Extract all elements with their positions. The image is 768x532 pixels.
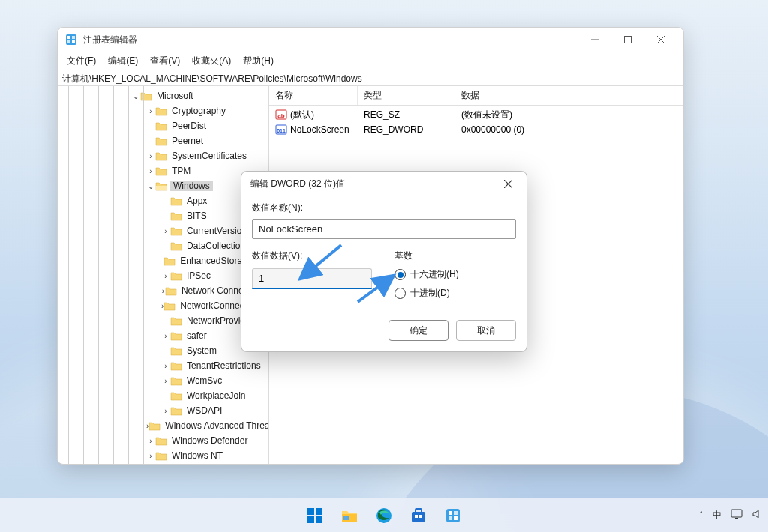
tree-panel[interactable]: ⌄ Microsoft ›Cryptography ›PeerDist ›Pee… [58,86,269,464]
chevron-right-icon[interactable]: › [161,362,170,370]
chevron-right-icon[interactable]: › [161,377,170,385]
tree-item-currentversion[interactable]: ›CurrentVersion [58,223,268,238]
volume-icon[interactable] [752,509,762,522]
folder-icon [170,390,182,401]
value-type: REG_SZ [358,109,455,120]
folder-icon [170,211,182,221]
tree-item-windowsdefender[interactable]: ›Windows Defender [58,433,268,448]
tree-item-peerdist[interactable]: ›PeerDist [58,118,268,133]
chevron-right-icon[interactable]: › [161,332,170,340]
menu-help[interactable]: 帮助(H) [237,55,280,67]
value-row[interactable]: 011 NoLockScreen REG_DWORD 0x00000000 (0… [269,122,683,137]
folder-icon [148,420,160,431]
tree-item-appx[interactable]: ›Appx [58,193,268,208]
svg-rect-22 [344,516,349,520]
radio-circle-checked-icon [394,269,406,280]
cancel-button[interactable]: 取消 [456,320,516,341]
tree-item-networkprovider[interactable]: ›NetworkProvider [58,313,268,328]
tree-item-safer[interactable]: ›safer [58,328,268,343]
svg-rect-30 [454,511,458,515]
folder-open-icon [155,181,167,191]
start-button[interactable] [300,501,330,531]
chevron-down-icon[interactable]: ⌄ [146,182,155,190]
value-row[interactable]: ab (默认) REG_SZ (数值未设置) [269,107,683,122]
folder-icon [155,136,167,146]
tree-label: BITS [185,211,208,221]
folder-icon [170,196,182,206]
menu-favorites[interactable]: 收藏夹(A) [186,55,237,67]
regedit-taskbar-icon[interactable] [438,501,468,531]
reg-sz-icon: ab [275,109,287,121]
tree-item-windowsadvthreat[interactable]: ›Windows Advanced Threat Protection [58,418,268,433]
folder-icon [164,300,176,311]
tree-item-wsdapi[interactable]: ›WSDAPI [58,403,268,418]
address-bar[interactable]: 计算机\HKEY_LOCAL_MACHINE\SOFTWARE\Policies… [58,70,683,86]
chevron-right-icon[interactable]: › [146,152,155,160]
tree-item-tpm[interactable]: ›TPM [58,163,268,178]
tree-item-workplacejoin[interactable]: ›WorkplaceJoin [58,388,268,403]
svg-text:ab: ab [278,112,284,119]
column-type[interactable]: 类型 [358,86,455,105]
tree-item-windowsnt[interactable]: ›Windows NT [58,448,268,463]
radio-hex[interactable]: 十六进制(H) [394,268,516,281]
maximize-button[interactable] [611,28,644,51]
tree-item-ipsec[interactable]: ›IPSec [58,268,268,283]
column-data[interactable]: 数据 [455,86,683,105]
tree-item-peernet[interactable]: ›Peernet [58,133,268,148]
close-button[interactable] [644,28,677,51]
edge-icon[interactable] [369,501,399,531]
tree-item-systemcertificates[interactable]: ›SystemCertificates [58,148,268,163]
tree-item-windows[interactable]: ⌄Windows [58,178,268,193]
folder-icon [170,345,182,356]
data-input[interactable] [252,268,372,289]
dialog-titlebar[interactable]: 编辑 DWORD (32 位)值 [242,172,526,196]
folder-icon [164,256,176,266]
tree-item-microsoft[interactable]: ⌄ Microsoft [58,88,268,103]
taskbar[interactable]: ˄ 中 [0,498,768,532]
minimize-button[interactable] [578,28,611,51]
radio-hex-label: 十六进制(H) [410,268,459,281]
svg-rect-29 [448,511,452,515]
values-header[interactable]: 名称 类型 数据 [269,86,683,106]
svg-rect-27 [419,515,422,518]
name-field[interactable]: NoLockScreen [252,219,516,239]
window-title: 注册表编辑器 [83,34,137,46]
column-name[interactable]: 名称 [269,86,358,105]
tree-item-cryptography[interactable]: ›Cryptography [58,103,268,118]
tree-item-networkconnections[interactable]: ›Network Connections [58,283,268,298]
store-icon[interactable] [404,501,434,531]
tray-chevron-icon[interactable]: ˄ [699,510,704,520]
folder-icon [170,226,182,236]
tree-item-enhancedstorage[interactable]: ›EnhancedStorageDevices [58,253,268,268]
folder-icon [155,151,167,161]
svg-rect-34 [735,518,738,519]
chevron-right-icon[interactable]: › [161,272,170,280]
menu-view[interactable]: 查看(V) [144,55,186,67]
explorer-icon[interactable] [334,501,364,531]
menu-edit[interactable]: 编辑(E) [102,55,144,67]
reg-dword-icon: 011 [275,124,287,136]
ok-button[interactable]: 确定 [388,320,448,341]
network-icon[interactable] [730,509,742,522]
tree-item-datacollection[interactable]: ›DataCollection [58,238,268,253]
tree-label: PeerDist [170,121,208,131]
tree-item-networkconnectivity[interactable]: ›NetworkConnectivityStatusIndicator [58,298,268,313]
chevron-right-icon[interactable]: › [146,437,155,445]
menu-file[interactable]: 文件(F) [61,55,102,67]
folder-icon [170,241,182,251]
tree-item-bits[interactable]: ›BITS [58,208,268,223]
close-button[interactable] [496,180,519,188]
chevron-down-icon[interactable]: ⌄ [131,92,140,100]
ime-indicator[interactable]: 中 [712,509,722,522]
chevron-right-icon[interactable]: › [146,452,155,460]
chevron-right-icon[interactable]: › [161,227,170,235]
radio-dec[interactable]: 十进制(D) [394,287,516,300]
chevron-right-icon[interactable]: › [161,407,170,415]
tree-item-tenantrestrictions[interactable]: ›TenantRestrictions [58,358,268,373]
chevron-right-icon[interactable]: › [146,107,155,115]
tree-label: safer [185,330,208,341]
titlebar[interactable]: 注册表编辑器 [58,28,683,52]
tree-item-wcmsvc[interactable]: ›WcmSvc [58,373,268,388]
tree-item-system[interactable]: ›System [58,343,268,358]
chevron-right-icon[interactable]: › [146,167,155,175]
